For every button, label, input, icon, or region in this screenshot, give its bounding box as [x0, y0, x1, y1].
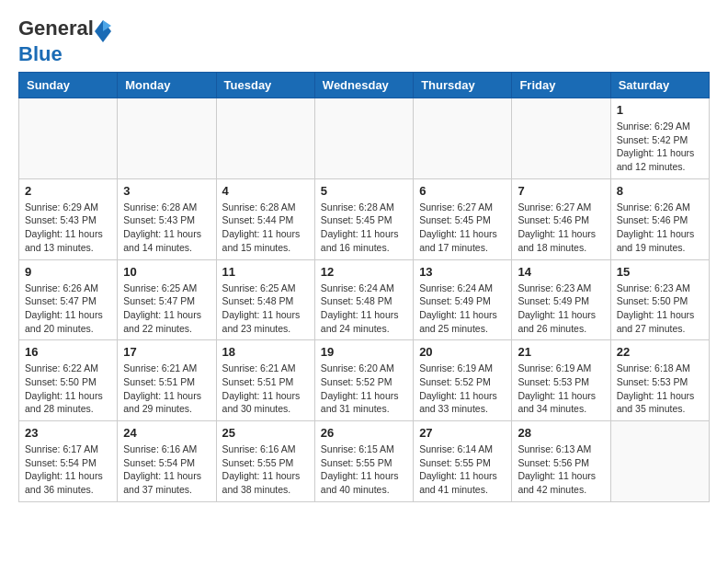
logo-general: General — [18, 17, 94, 40]
calendar-cell: 2Sunrise: 6:29 AMSunset: 5:43 PMDaylight… — [19, 178, 118, 259]
day-number: 25 — [222, 426, 309, 440]
calendar-cell: 10Sunrise: 6:25 AMSunset: 5:47 PMDayligh… — [118, 259, 216, 340]
day-info: Sunrise: 6:25 AMSunset: 5:48 PMDaylight:… — [222, 282, 309, 336]
day-info: Sunrise: 6:20 AMSunset: 5:52 PMDaylight:… — [321, 362, 407, 416]
calendar-header-friday: Friday — [512, 73, 610, 98]
day-number: 11 — [222, 265, 309, 279]
page-header: General Blue — [18, 18, 710, 64]
calendar-cell: 27Sunrise: 6:14 AMSunset: 5:55 PMDayligh… — [414, 421, 512, 502]
calendar-cell: 5Sunrise: 6:28 AMSunset: 5:45 PMDaylight… — [314, 178, 413, 259]
day-number: 20 — [419, 345, 506, 359]
day-number: 5 — [321, 184, 407, 198]
day-info: Sunrise: 6:27 AMSunset: 5:46 PMDaylight:… — [518, 201, 604, 255]
calendar-cell: 8Sunrise: 6:26 AMSunset: 5:46 PMDaylight… — [610, 178, 709, 259]
day-info: Sunrise: 6:27 AMSunset: 5:45 PMDaylight:… — [419, 201, 506, 255]
day-info: Sunrise: 6:21 AMSunset: 5:51 PMDaylight:… — [222, 362, 309, 416]
calendar-cell: 22Sunrise: 6:18 AMSunset: 5:53 PMDayligh… — [610, 340, 709, 421]
calendar-cell: 11Sunrise: 6:25 AMSunset: 5:48 PMDayligh… — [216, 259, 314, 340]
calendar-cell: 21Sunrise: 6:19 AMSunset: 5:53 PMDayligh… — [512, 340, 610, 421]
day-info: Sunrise: 6:29 AMSunset: 5:43 PMDaylight:… — [25, 201, 111, 255]
day-info: Sunrise: 6:16 AMSunset: 5:54 PMDaylight:… — [123, 442, 210, 497]
calendar-week-4: 16Sunrise: 6:22 AMSunset: 5:50 PMDayligh… — [19, 340, 710, 421]
day-info: Sunrise: 6:15 AMSunset: 5:55 PMDaylight:… — [321, 442, 407, 497]
day-info: Sunrise: 6:14 AMSunset: 5:55 PMDaylight:… — [419, 442, 506, 497]
day-number: 15 — [617, 265, 703, 279]
calendar-cell — [118, 98, 216, 179]
calendar-week-2: 2Sunrise: 6:29 AMSunset: 5:43 PMDaylight… — [19, 178, 710, 259]
day-number: 18 — [222, 345, 309, 359]
calendar-cell: 25Sunrise: 6:16 AMSunset: 5:55 PMDayligh… — [216, 421, 314, 502]
calendar-cell — [314, 98, 413, 179]
day-number: 26 — [321, 426, 407, 440]
day-info: Sunrise: 6:19 AMSunset: 5:53 PMDaylight:… — [518, 362, 604, 416]
day-info: Sunrise: 6:26 AMSunset: 5:47 PMDaylight:… — [25, 282, 111, 336]
calendar-cell: 17Sunrise: 6:21 AMSunset: 5:51 PMDayligh… — [118, 340, 216, 421]
day-number: 23 — [25, 426, 111, 440]
calendar-cell — [512, 98, 610, 179]
logo-blue: Blue — [18, 42, 63, 65]
day-number: 24 — [123, 426, 210, 440]
day-number: 27 — [419, 426, 506, 440]
calendar-header-row: SundayMondayTuesdayWednesdayThursdayFrid… — [19, 73, 710, 98]
day-number: 28 — [518, 426, 604, 440]
day-number: 16 — [25, 345, 111, 359]
calendar-cell — [610, 421, 709, 502]
calendar-week-3: 9Sunrise: 6:26 AMSunset: 5:47 PMDaylight… — [19, 259, 710, 340]
calendar-cell: 14Sunrise: 6:23 AMSunset: 5:49 PMDayligh… — [512, 259, 610, 340]
calendar-cell: 18Sunrise: 6:21 AMSunset: 5:51 PMDayligh… — [216, 340, 314, 421]
calendar-cell: 19Sunrise: 6:20 AMSunset: 5:52 PMDayligh… — [314, 340, 413, 421]
day-info: Sunrise: 6:26 AMSunset: 5:46 PMDaylight:… — [617, 201, 703, 255]
day-info: Sunrise: 6:28 AMSunset: 5:43 PMDaylight:… — [123, 201, 210, 255]
day-number: 2 — [25, 184, 111, 198]
calendar-cell: 15Sunrise: 6:23 AMSunset: 5:50 PMDayligh… — [610, 259, 709, 340]
calendar-cell: 28Sunrise: 6:13 AMSunset: 5:56 PMDayligh… — [512, 421, 610, 502]
calendar-cell: 26Sunrise: 6:15 AMSunset: 5:55 PMDayligh… — [314, 421, 413, 502]
day-info: Sunrise: 6:22 AMSunset: 5:50 PMDaylight:… — [25, 362, 111, 416]
calendar-cell — [216, 98, 314, 179]
day-number: 6 — [419, 184, 506, 198]
calendar-table: SundayMondayTuesdayWednesdayThursdayFrid… — [18, 72, 710, 502]
day-number: 7 — [518, 184, 604, 198]
calendar-cell: 1Sunrise: 6:29 AMSunset: 5:42 PMDaylight… — [610, 98, 709, 179]
calendar-week-5: 23Sunrise: 6:17 AMSunset: 5:54 PMDayligh… — [19, 421, 710, 502]
day-number: 17 — [123, 345, 210, 359]
calendar-header-saturday: Saturday — [610, 73, 709, 98]
day-number: 1 — [617, 103, 703, 117]
day-info: Sunrise: 6:29 AMSunset: 5:42 PMDaylight:… — [617, 120, 703, 174]
calendar-header-sunday: Sunday — [19, 73, 118, 98]
day-info: Sunrise: 6:28 AMSunset: 5:45 PMDaylight:… — [321, 201, 407, 255]
day-info: Sunrise: 6:21 AMSunset: 5:51 PMDaylight:… — [123, 362, 210, 416]
day-number: 4 — [222, 184, 309, 198]
day-number: 14 — [518, 265, 604, 279]
calendar-cell: 24Sunrise: 6:16 AMSunset: 5:54 PMDayligh… — [118, 421, 216, 502]
calendar-cell: 12Sunrise: 6:24 AMSunset: 5:48 PMDayligh… — [314, 259, 413, 340]
day-number: 3 — [123, 184, 210, 198]
day-info: Sunrise: 6:23 AMSunset: 5:49 PMDaylight:… — [518, 282, 604, 336]
calendar-cell — [414, 98, 512, 179]
day-info: Sunrise: 6:24 AMSunset: 5:49 PMDaylight:… — [419, 282, 506, 336]
calendar-cell: 13Sunrise: 6:24 AMSunset: 5:49 PMDayligh… — [414, 259, 512, 340]
calendar-cell: 23Sunrise: 6:17 AMSunset: 5:54 PMDayligh… — [19, 421, 118, 502]
logo-icon — [95, 18, 111, 44]
day-info: Sunrise: 6:25 AMSunset: 5:47 PMDaylight:… — [123, 282, 210, 336]
day-info: Sunrise: 6:17 AMSunset: 5:54 PMDaylight:… — [25, 442, 111, 497]
day-info: Sunrise: 6:13 AMSunset: 5:56 PMDaylight:… — [518, 442, 604, 497]
day-number: 9 — [25, 265, 111, 279]
day-number: 13 — [419, 265, 506, 279]
calendar-header-monday: Monday — [118, 73, 216, 98]
day-number: 10 — [123, 265, 210, 279]
calendar-cell: 20Sunrise: 6:19 AMSunset: 5:52 PMDayligh… — [414, 340, 512, 421]
calendar-cell: 4Sunrise: 6:28 AMSunset: 5:44 PMDaylight… — [216, 178, 314, 259]
calendar-cell — [19, 98, 118, 179]
calendar-header-tuesday: Tuesday — [216, 73, 314, 98]
calendar-cell: 16Sunrise: 6:22 AMSunset: 5:50 PMDayligh… — [19, 340, 118, 421]
day-info: Sunrise: 6:24 AMSunset: 5:48 PMDaylight:… — [321, 282, 407, 336]
calendar-header-thursday: Thursday — [414, 73, 512, 98]
day-info: Sunrise: 6:19 AMSunset: 5:52 PMDaylight:… — [419, 362, 506, 416]
day-number: 21 — [518, 345, 604, 359]
day-info: Sunrise: 6:18 AMSunset: 5:53 PMDaylight:… — [617, 362, 703, 416]
day-info: Sunrise: 6:28 AMSunset: 5:44 PMDaylight:… — [222, 201, 309, 255]
calendar-cell: 9Sunrise: 6:26 AMSunset: 5:47 PMDaylight… — [19, 259, 118, 340]
calendar-cell: 7Sunrise: 6:27 AMSunset: 5:46 PMDaylight… — [512, 178, 610, 259]
day-number: 22 — [617, 345, 703, 359]
